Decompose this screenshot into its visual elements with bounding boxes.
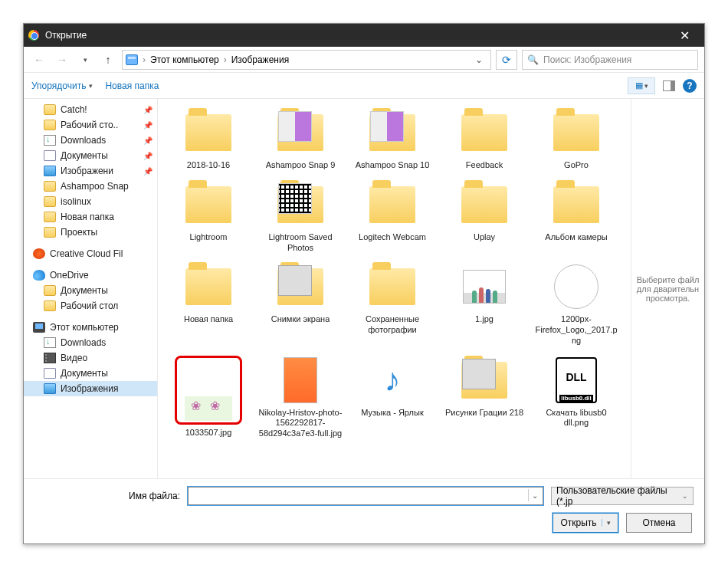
nav-tree[interactable]: Catch!📌Рабочий сто..📌Downloads📌Документы…: [24, 99, 158, 478]
folder-icon: [44, 196, 56, 207]
sidebar-item-label: Видео: [61, 353, 87, 363]
file-tile[interactable]: Ashampoo Snap 9: [254, 103, 346, 176]
file-tile[interactable]: libusb0.dllСкачать libusb0 dll.png: [530, 351, 622, 444]
file-label: Ashampoo Snap 9: [266, 160, 336, 171]
sidebar-item[interactable]: Документы: [24, 366, 157, 381]
sidebar-item-label: Документы: [61, 285, 108, 296]
sidebar-item[interactable]: Этот компьютер: [24, 320, 157, 335]
file-tile[interactable]: Feedback: [438, 103, 530, 176]
file-label: Nikolay-Hristov-photo-1562292817-58d294c…: [257, 408, 343, 439]
file-tile[interactable]: 1.jpg: [438, 258, 530, 350]
chevron-down-icon: ⌄: [682, 492, 688, 500]
new-folder-label: Новая папка: [105, 80, 159, 91]
filename-history-dropdown[interactable]: ⌄: [528, 489, 540, 501]
sidebar-item[interactable]: Изображения: [24, 381, 157, 396]
file-label: 1.jpg: [475, 314, 494, 325]
sidebar-item[interactable]: Рабочий стол: [24, 298, 157, 314]
breadcrumb-seg-1[interactable]: Изображения: [231, 54, 289, 65]
file-label: 1033507.jpg: [185, 428, 232, 438]
file-tile[interactable]: 2018-10-16: [162, 103, 254, 176]
sidebar-item-label: Изображения: [61, 383, 118, 394]
sidebar-item[interactable]: isolinux: [24, 194, 157, 209]
sidebar-item[interactable]: Catch!📌: [24, 102, 157, 117]
file-tile[interactable]: ♪Музыка - Ярлык: [346, 351, 438, 444]
sidebar-item[interactable]: OneDrive: [24, 268, 157, 283]
chevron-down-icon: ▾: [644, 82, 648, 90]
file-label: Скачать libusb0 dll.png: [533, 408, 619, 429]
close-button[interactable]: ✕: [669, 24, 700, 47]
thumbnails-icon: ▦: [635, 80, 643, 90]
sidebar-item[interactable]: Downloads📌: [24, 133, 157, 148]
nav-history-dropdown[interactable]: ▾: [76, 51, 94, 69]
sidebar-item-label: Проекты: [61, 227, 97, 238]
file-tile[interactable]: Альбом камеры: [530, 176, 622, 258]
pin-icon: 📌: [143, 106, 152, 114]
folder-icon: [44, 181, 56, 192]
breadcrumb-sep: ›: [141, 54, 147, 65]
doc-icon: [44, 150, 56, 161]
file-tile[interactable]: Logitech Webcam: [346, 176, 438, 258]
filename-label: Имя файла:: [34, 491, 180, 501]
preview-pane-toggle[interactable]: [663, 80, 675, 91]
help-button[interactable]: ?: [683, 79, 697, 93]
chrome-icon: [28, 30, 39, 41]
img-icon: [44, 383, 56, 394]
sidebar-item[interactable]: Downloads: [24, 335, 157, 350]
file-tile[interactable]: Снимки экрана: [254, 258, 346, 350]
sidebar-item[interactable]: Ashampoo Snap: [24, 179, 157, 194]
file-tile[interactable]: 1200px-Firefox_Logo,_2017.png: [530, 258, 622, 350]
img-icon: [44, 166, 56, 176]
open-button-label: Открыть: [560, 517, 596, 528]
organize-menu[interactable]: Упорядочить ▾: [31, 80, 93, 91]
file-tile[interactable]: Uplay: [438, 176, 530, 258]
refresh-button[interactable]: ⟳: [496, 50, 517, 70]
sidebar-item[interactable]: Creative Cloud Fil: [24, 246, 157, 261]
file-label: Музыка - Ярлык: [361, 408, 424, 419]
file-label: 1200px-Firefox_Logo,_2017.png: [533, 314, 619, 346]
open-button[interactable]: Открыть ▾: [553, 513, 618, 533]
file-tile[interactable]: Новая папка: [162, 258, 254, 350]
breadcrumb-seg-0[interactable]: Этот компьютер: [150, 54, 219, 65]
file-tile[interactable]: Ashampoo Snap 10: [346, 103, 438, 176]
sidebar-item[interactable]: Документы: [24, 283, 157, 298]
new-folder-button[interactable]: Новая папка: [105, 80, 159, 91]
sidebar-item[interactable]: Документы📌: [24, 148, 157, 163]
filetype-select[interactable]: Пользовательские файлы (*.jp ⌄: [551, 487, 694, 505]
title-bar: Открытие ✕: [24, 24, 704, 47]
sidebar-item[interactable]: Изображени📌: [24, 163, 157, 179]
sidebar-item[interactable]: Проекты: [24, 225, 157, 240]
breadcrumb-dropdown[interactable]: ⌄: [471, 54, 487, 65]
file-tile[interactable]: GoPro: [530, 103, 622, 176]
file-tile[interactable]: Lightroom Saved Photos: [254, 176, 346, 258]
sidebar-item[interactable]: Видео: [24, 350, 157, 366]
filename-input[interactable]: [188, 487, 543, 505]
cancel-button-label: Отмена: [642, 517, 675, 528]
folder-icon: [44, 212, 56, 222]
cancel-button[interactable]: Отмена: [626, 513, 692, 533]
file-label: Logitech Webcam: [359, 232, 426, 243]
sidebar-item-label: Рабочий сто..: [61, 120, 118, 130]
file-tile[interactable]: Сохраненные фотографии: [346, 258, 438, 350]
file-label: Альбом камеры: [545, 232, 607, 243]
nav-back-button[interactable]: ←: [30, 51, 48, 69]
sidebar-item-label: Downloads: [61, 337, 106, 348]
sidebar-item-label: OneDrive: [50, 270, 89, 281]
file-tile[interactable]: Nikolay-Hristov-photo-1562292817-58d294c…: [254, 351, 346, 444]
folder-icon: [44, 120, 56, 130]
sidebar-item[interactable]: Новая папка: [24, 209, 157, 225]
open-split-dropdown[interactable]: ▾: [602, 519, 611, 527]
nav-up-button[interactable]: ↑: [99, 51, 117, 69]
file-list[interactable]: 2018-10-16Ashampoo Snap 9Ashampoo Snap 1…: [158, 99, 631, 478]
search-input[interactable]: 🔍 Поиск: Изображения: [522, 50, 698, 70]
folder-icon: [44, 227, 56, 238]
file-tile[interactable]: 1033507.jpg: [162, 351, 254, 444]
file-label: Uplay: [474, 232, 495, 243]
nav-forward-button[interactable]: →: [53, 51, 71, 69]
sidebar-item-label: Документы: [61, 368, 108, 379]
file-tile[interactable]: Lightroom: [162, 176, 254, 258]
breadcrumb[interactable]: › Этот компьютер › Изображения ⌄: [122, 50, 491, 70]
pin-icon: 📌: [143, 152, 152, 160]
view-menu[interactable]: ▦ ▾: [628, 77, 655, 94]
sidebar-item[interactable]: Рабочий сто..📌: [24, 117, 157, 133]
file-tile[interactable]: Рисунки Грации 218: [438, 351, 530, 444]
